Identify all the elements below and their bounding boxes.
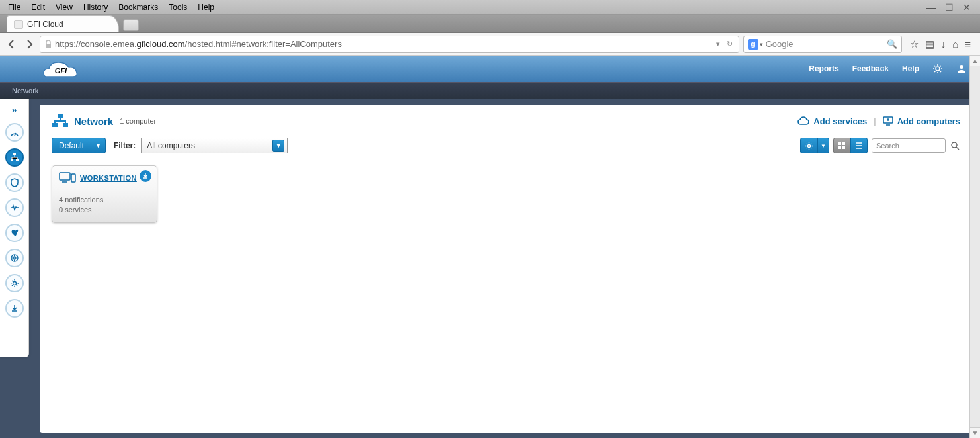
menu-tools[interactable]: Tools: [163, 1, 192, 13]
separator: |: [874, 116, 876, 126]
gfi-logo: GFI: [42, 58, 79, 82]
back-button[interactable]: [5, 38, 19, 51]
rail-monitor-icon[interactable]: [5, 198, 24, 217]
menu-edit[interactable]: Edit: [26, 1, 50, 13]
home-icon[interactable]: ⌂: [952, 38, 958, 50]
tab-strip: GFI Cloud: [0, 15, 980, 33]
monitor-plus-icon: [883, 116, 893, 126]
rail-dashboard-icon[interactable]: [5, 123, 24, 142]
add-computers-button[interactable]: Add computers: [883, 116, 960, 126]
tab-title: GFI Cloud: [27, 20, 63, 29]
filter-label: Filter:: [114, 141, 136, 150]
menu-file[interactable]: File: [3, 1, 26, 13]
gear-dropdown[interactable]: ▼: [817, 138, 829, 153]
svg-point-3: [960, 65, 963, 69]
expand-rail-button[interactable]: »: [5, 103, 24, 116]
hamburger-icon[interactable]: ≡: [965, 38, 971, 50]
new-tab-button[interactable]: [123, 19, 139, 31]
add-services-button[interactable]: Add services: [797, 116, 867, 126]
minimize-icon[interactable]: —: [926, 2, 936, 13]
rail-download-icon[interactable]: [5, 299, 24, 318]
chevron-down-icon: ▼: [91, 142, 105, 149]
svg-point-17: [807, 144, 810, 147]
google-icon: g: [748, 39, 758, 50]
browser-tab-active[interactable]: GFI Cloud: [7, 15, 119, 32]
bookmark-star-icon[interactable]: ☆: [910, 38, 919, 50]
scroll-down-icon[interactable]: ▼: [970, 427, 980, 438]
svg-rect-21: [842, 146, 845, 149]
chevron-down-icon: ▾: [760, 41, 763, 48]
content-panel: Network 1 computer Add services | Add co…: [40, 105, 972, 433]
grid-view-button[interactable]: [833, 138, 850, 153]
toolbar-right: ▼ Search: [800, 138, 960, 153]
url-text: https://console.emea.gficloud.com/hosted…: [55, 39, 712, 49]
svg-point-25: [952, 142, 957, 148]
dropdown-icon[interactable]: ▾: [714, 39, 722, 49]
rail-shield-icon[interactable]: [5, 173, 24, 192]
computer-count: 1 computer: [120, 117, 156, 125]
scroll-up-icon[interactable]: ▲: [970, 56, 980, 66]
rail-network-icon[interactable]: [5, 148, 24, 167]
gear-icon[interactable]: [932, 64, 943, 74]
search-input[interactable]: Search: [872, 138, 946, 153]
toolbar-row: Default ▼ Filter: All computers ▼ ▼: [40, 134, 972, 163]
gear-button[interactable]: [800, 138, 817, 153]
search-placeholder: Google: [766, 39, 794, 49]
feedback-link[interactable]: Feedback: [852, 64, 889, 73]
user-icon[interactable]: [956, 64, 967, 74]
breadcrumb: Network: [12, 87, 38, 95]
menu-view[interactable]: View: [50, 1, 78, 13]
menu-help[interactable]: Help: [192, 1, 220, 13]
scrollbar[interactable]: ▲ ▼: [969, 56, 980, 438]
url-bar[interactable]: https://console.emea.gficloud.com/hosted…: [40, 36, 739, 53]
svg-point-9: [13, 282, 16, 285]
maximize-icon[interactable]: ☐: [945, 2, 954, 13]
menu-history[interactable]: History: [78, 1, 113, 13]
default-view-button[interactable]: Default ▼: [52, 138, 106, 153]
window-controls: — ☐ ✕: [926, 2, 977, 13]
download-arrow-icon[interactable]: ↓: [941, 38, 946, 50]
close-icon[interactable]: ✕: [963, 2, 971, 13]
svg-rect-18: [838, 142, 841, 145]
svg-rect-7: [16, 159, 19, 161]
search-button[interactable]: [950, 140, 960, 151]
svg-line-26: [956, 147, 959, 150]
svg-point-2: [936, 67, 940, 71]
svg-rect-19: [842, 142, 845, 145]
filter-select[interactable]: All computers ▼: [141, 138, 288, 153]
reports-link[interactable]: Reports: [809, 64, 838, 73]
browser-search[interactable]: g ▾ Google 🔍: [743, 36, 902, 53]
download-badge-icon[interactable]: [140, 170, 151, 182]
rail-settings-icon[interactable]: [5, 274, 24, 292]
help-link[interactable]: Help: [902, 64, 919, 73]
content-header: Network 1 computer Add services | Add co…: [40, 105, 972, 134]
favicon-icon: [14, 20, 23, 29]
browser-toolbar-icons: ☆ ▤ ↓ ⌂ ≡: [906, 38, 975, 50]
svg-rect-0: [46, 44, 51, 48]
filter-value: All computers: [147, 141, 195, 150]
os-menubar: File Edit View History Bookmarks Tools H…: [0, 0, 980, 15]
clipboard-icon[interactable]: ▤: [925, 38, 934, 50]
svg-rect-12: [63, 123, 68, 127]
main-wrap: »: [0, 99, 980, 438]
left-rail: »: [0, 99, 29, 357]
magnify-icon: 🔍: [887, 39, 897, 49]
reload-icon[interactable]: ↻: [725, 39, 735, 49]
rail-patch-icon[interactable]: [5, 224, 24, 242]
device-name-link[interactable]: WORKSTATION: [80, 174, 137, 182]
nav-toolbar: https://console.emea.gficloud.com/hosted…: [0, 33, 980, 56]
svg-rect-29: [71, 174, 75, 182]
svg-rect-20: [838, 146, 841, 149]
page-title: Network: [74, 116, 113, 127]
device-card[interactable]: WORKSTATION 4 notifications 0 services: [52, 165, 157, 223]
view-toggle-group: [833, 138, 868, 153]
header-actions: Add services | Add computers: [797, 116, 960, 126]
forward-button[interactable]: [22, 38, 36, 51]
menu-bookmarks[interactable]: Bookmarks: [113, 1, 163, 13]
list-view-button[interactable]: [850, 138, 868, 153]
rail-web-icon[interactable]: [5, 249, 24, 267]
device-grid: WORKSTATION 4 notifications 0 services: [40, 163, 972, 226]
header-right-links: Reports Feedback Help: [809, 64, 967, 74]
svg-rect-27: [60, 173, 70, 180]
cloud-plus-icon: [797, 116, 809, 126]
